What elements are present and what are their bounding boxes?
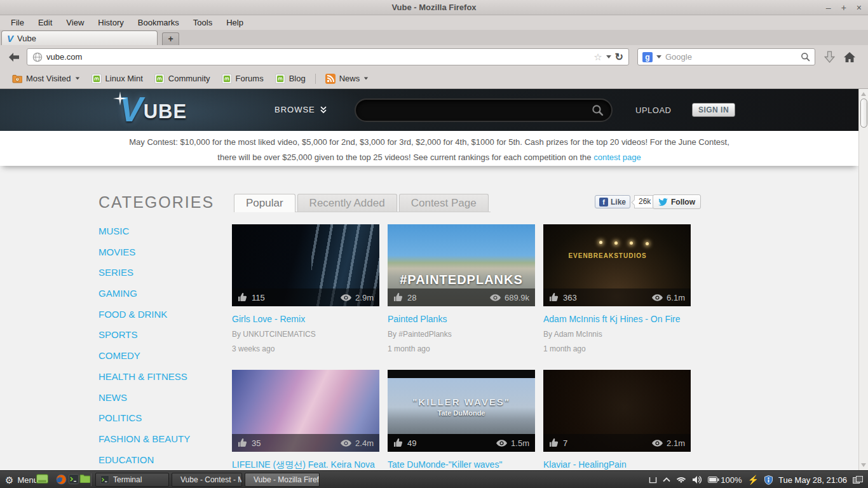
- browse-menu[interactable]: BROWSE: [275, 105, 327, 114]
- video-title[interactable]: LIFELINE (생명선) Feat. Keira Nova: [232, 459, 379, 470]
- linux-mint-icon: [275, 74, 285, 84]
- battery-percent: 100%: [721, 475, 742, 485]
- bookmark-community[interactable]: Community: [149, 74, 216, 84]
- downloads-button[interactable]: [824, 51, 835, 63]
- bookmark-news[interactable]: News: [320, 74, 375, 84]
- category-gaming[interactable]: GAMING: [98, 288, 137, 299]
- category-series[interactable]: SERIES: [98, 267, 133, 278]
- firefox-launcher[interactable]: [56, 474, 67, 487]
- minimize-button[interactable]: –: [826, 3, 831, 12]
- category-education[interactable]: EDUCATION: [98, 454, 154, 465]
- video-title[interactable]: Klaviar - HealingPain: [543, 459, 691, 470]
- home-button[interactable]: [844, 52, 855, 62]
- page-scrollbar[interactable]: [858, 89, 868, 470]
- url-input[interactable]: [46, 52, 590, 62]
- video-title[interactable]: Girls Love - Remix: [232, 314, 379, 324]
- new-tab-button[interactable]: +: [162, 32, 179, 45]
- site-search-input[interactable]: [356, 105, 592, 116]
- power-charging-icon[interactable]: ⚡: [748, 475, 759, 484]
- video-thumbnail[interactable]: 115 2.9m: [232, 224, 379, 306]
- video-thumbnail[interactable]: 35 2.4m: [232, 370, 379, 452]
- engine-dropdown-icon[interactable]: [656, 55, 661, 58]
- video-thumbnail[interactable]: 7 2.1m: [543, 370, 691, 452]
- category-politics[interactable]: POLITICS: [98, 412, 142, 423]
- site-search-bar[interactable]: [355, 98, 613, 122]
- browser-search-bar[interactable]: g: [637, 48, 815, 65]
- menu-tools[interactable]: Tools: [186, 15, 219, 30]
- upload-link[interactable]: UPLOAD: [635, 105, 671, 115]
- battery-indicator[interactable]: 100%: [708, 475, 742, 485]
- browser-search-input[interactable]: [665, 52, 797, 62]
- scrollbar-thumb[interactable]: [860, 98, 867, 128]
- files-launcher[interactable]: [79, 474, 90, 485]
- url-dropdown-icon[interactable]: [606, 55, 611, 58]
- category-news[interactable]: NEWS: [98, 392, 127, 403]
- video-title[interactable]: Painted Planks: [388, 314, 535, 324]
- scroll-down-icon[interactable]: [861, 463, 866, 467]
- menu-bookmarks[interactable]: Bookmarks: [131, 15, 186, 30]
- show-desktop-button[interactable]: [36, 474, 48, 486]
- video-thumbnail[interactable]: EVENBREAKSTUDIOS 363 6.1m: [543, 224, 691, 306]
- taskbar-window-vube-firefox[interactable]: Vube - Mozilla Firefox: [245, 473, 320, 487]
- video-title[interactable]: Tate DuMonde-"Killer waves": [388, 459, 535, 470]
- video-thumbnail[interactable]: "KILLER WAVES" Tate DuMonde 49 1.5m: [388, 370, 535, 452]
- update-shield-icon[interactable]: [764, 475, 773, 485]
- menu-file[interactable]: File: [4, 15, 31, 30]
- category-comedy[interactable]: COMEDY: [98, 350, 140, 361]
- bookmark-blog[interactable]: Blog: [269, 74, 311, 84]
- vube-logo[interactable]: V UBE: [119, 90, 187, 128]
- taskbar-window-vube-contest[interactable]: Vube - Contest - M...: [172, 473, 242, 487]
- maximize-button[interactable]: +: [841, 3, 846, 12]
- wifi-icon[interactable]: [676, 476, 686, 484]
- thumbnail-subtext: Tate DuMonde: [388, 409, 535, 417]
- bookmark-linux-mint[interactable]: Linux Mint: [86, 74, 149, 84]
- category-movies[interactable]: MOVIES: [98, 247, 135, 257]
- category-health-fitness[interactable]: HEALTH & FITNESS: [98, 371, 187, 382]
- sign-in-button[interactable]: SIGN IN: [692, 103, 735, 117]
- workspace-switcher-icon[interactable]: [853, 476, 863, 484]
- video-thumbnail[interactable]: #PAINTEDPLANKS 28 689.9k: [388, 224, 535, 306]
- category-item: FASHION & BEAUTY: [98, 433, 235, 454]
- browse-label: BROWSE: [275, 105, 315, 114]
- bookmark-star-icon[interactable]: ☆: [593, 52, 602, 62]
- category-sports[interactable]: SPORTS: [98, 329, 137, 340]
- taskbar-window-terminal[interactable]: Terminal: [95, 473, 169, 487]
- clock[interactable]: Tue May 28, 21:06: [778, 475, 847, 485]
- terminal-launcher[interactable]: [69, 474, 79, 487]
- chevron-up-icon[interactable]: [663, 477, 670, 482]
- search-icon[interactable]: [801, 52, 810, 62]
- bookmark-forums[interactable]: Forums: [216, 74, 269, 84]
- menu-help[interactable]: Help: [219, 15, 250, 30]
- menu-history[interactable]: History: [91, 15, 130, 30]
- browser-tab-vube[interactable]: V Vube: [1, 30, 158, 45]
- category-music[interactable]: MUSIC: [98, 226, 129, 236]
- category-item: HEALTH & FITNESS: [98, 371, 235, 392]
- follow-label: Follow: [671, 198, 695, 207]
- menu-button[interactable]: ⚙ Menu: [5, 471, 38, 488]
- reload-icon[interactable]: ↻: [615, 52, 623, 62]
- bookmark-most-visited[interactable]: Most Visited: [6, 74, 86, 83]
- menu-edit[interactable]: Edit: [31, 15, 59, 30]
- back-button[interactable]: [6, 50, 22, 65]
- eye-icon: [652, 294, 663, 301]
- tab-popular[interactable]: Popular: [234, 194, 295, 212]
- category-fashion-beauty[interactable]: FASHION & BEAUTY: [98, 433, 190, 444]
- site-search-icon[interactable]: [592, 104, 604, 116]
- speaker-icon[interactable]: [692, 475, 702, 484]
- video-stats: 363 6.1m: [543, 288, 691, 306]
- category-food-drink[interactable]: FOOD & DRINK: [98, 309, 167, 320]
- tab-recently-added[interactable]: Recently Added: [297, 194, 397, 212]
- google-engine-icon[interactable]: g: [642, 52, 653, 62]
- tab-contest-page[interactable]: Contest Page: [399, 194, 489, 212]
- contest-page-link[interactable]: contest page: [593, 152, 641, 162]
- menu-view[interactable]: View: [59, 15, 91, 30]
- window-list-icon[interactable]: [649, 477, 657, 484]
- video-card: 115 2.9m Girls Love - Remix By UNKUTCINE…: [232, 224, 379, 353]
- scroll-up-icon[interactable]: [861, 92, 866, 96]
- url-bar[interactable]: ☆ ↻: [27, 48, 629, 65]
- twitter-follow-button[interactable]: Follow: [653, 194, 701, 209]
- close-button[interactable]: ×: [857, 3, 862, 12]
- facebook-like-button[interactable]: f Like: [595, 195, 630, 208]
- video-title[interactable]: Adam McInnis ft Kj Hines - On Fire: [543, 314, 691, 324]
- view-count: 2.1m: [667, 438, 685, 448]
